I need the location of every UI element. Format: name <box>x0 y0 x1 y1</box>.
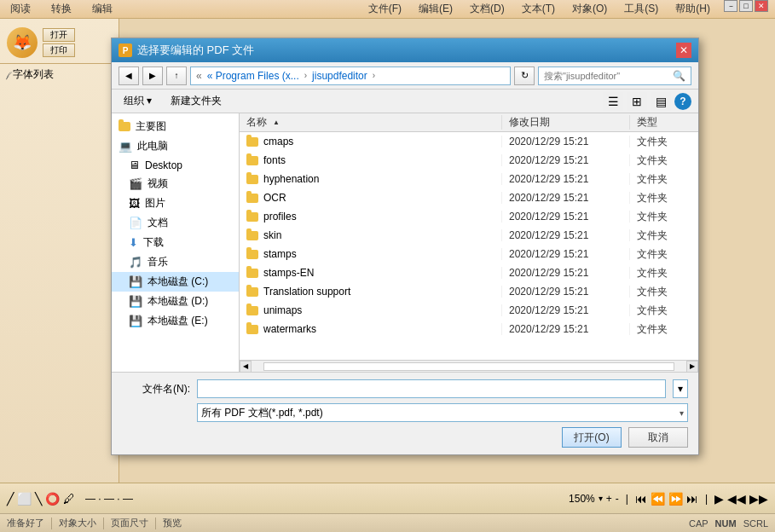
menu-tools[interactable]: 工具(S) <box>621 0 662 18</box>
sidebar-item-main-folder[interactable]: 主要图 <box>112 117 239 136</box>
play-button[interactable]: ▶ <box>714 492 724 506</box>
organize-button[interactable]: 组织 ▾ <box>119 92 157 110</box>
col-type-header[interactable]: 类型 <box>630 115 698 130</box>
sidebar-item-music[interactable]: 🎵 音乐 <box>112 252 239 272</box>
scroll-left-button[interactable]: ◀ <box>240 361 252 373</box>
sidebar-item-pictures-label: 图片 <box>145 196 165 211</box>
file-row-cmaps-date: 2020/12/29 15:21 <box>502 136 630 147</box>
vol-up-button[interactable]: ▶▶ <box>749 492 768 506</box>
refresh-button[interactable]: ↻ <box>514 66 535 85</box>
sidebar-item-drive-c-label: 本地磁盘 (C:) <box>147 275 208 289</box>
dialog-toolbar: 组织 ▾ 新建文件夹 ☰ ⊞ ▤ ? <box>112 90 698 113</box>
menu-doc[interactable]: 文档(D) <box>466 0 508 18</box>
file-row-profiles-date: 2020/12/29 15:21 <box>502 211 630 223</box>
view-details-button[interactable]: ⊞ <box>627 92 647 111</box>
folder-icon-unimaps <box>246 306 258 315</box>
menu-file[interactable]: 文件(F) <box>365 0 405 18</box>
help-button[interactable]: ? <box>674 93 691 110</box>
menu-read[interactable]: 阅读 <box>7 0 34 18</box>
file-row-stamps-en[interactable]: stamps-EN 2020/12/29 15:21 文件夹 <box>240 263 698 282</box>
cancel-button[interactable]: 取消 <box>628 427 688 448</box>
app-window: 阅读 转换 编辑 文件(F) 编辑(E) 文档(D) 文本(T) 对象(O) 工… <box>0 0 775 532</box>
status-divider-3 <box>155 518 156 529</box>
file-row-hyphenation[interactable]: hyphenation 2020/12/29 15:21 文件夹 <box>240 170 698 188</box>
file-row-stamps-en-type: 文件夹 <box>630 266 698 280</box>
font-list-area: 𝒻 字体列表 <box>0 64 119 85</box>
search-box[interactable]: 🔍 <box>538 66 691 85</box>
print-button[interactable]: 打印 <box>43 43 75 57</box>
col-date-header[interactable]: 修改日期 <box>502 115 630 130</box>
tool-icon-3[interactable]: ╲ <box>35 492 42 506</box>
file-row-cmaps[interactable]: cmaps 2020/12/29 15:21 文件夹 <box>240 132 698 151</box>
back-button[interactable]: ◀ <box>119 66 139 85</box>
sidebar-item-downloads[interactable]: ⬇ 下载 <box>112 233 239 252</box>
zoom-icon[interactable]: + <box>606 493 612 505</box>
sidebar-item-documents[interactable]: 📄 文档 <box>112 213 239 233</box>
maximize-button[interactable]: □ <box>739 0 753 12</box>
first-page-button[interactable]: ⏮ <box>635 492 647 506</box>
left-panel: 主要图 💻 此电脑 🖥 Desktop 🎬 视频 <box>112 113 240 372</box>
file-row-fonts[interactable]: fonts 2020/12/29 15:21 文件夹 <box>240 151 698 170</box>
menu-edit-r[interactable]: 编辑(E) <box>415 0 456 18</box>
open-file-button[interactable]: 打开(O) <box>562 427 622 448</box>
up-button[interactable]: ↑ <box>166 66 187 85</box>
menu-bar: 阅读 转换 编辑 文件(F) 编辑(E) 文档(D) 文本(T) 对象(O) 工… <box>0 0 775 19</box>
scroll-right-button[interactable]: ▶ <box>686 361 698 373</box>
vol-down-button[interactable]: ◀◀ <box>727 492 746 506</box>
app-logo: 🦊 <box>7 27 38 58</box>
file-row-translation[interactable]: Translation support 2020/12/29 15:21 文件夹 <box>240 282 698 301</box>
address-bar[interactable]: « « Program Files (x... › jisupdfeditor … <box>190 66 511 85</box>
sidebar-item-pictures[interactable]: 🖼 图片 <box>112 194 239 213</box>
forward-button[interactable]: ▶ <box>142 66 163 85</box>
menu-edit[interactable]: 编辑 <box>89 0 116 18</box>
sidebar-item-desktop[interactable]: 🖥 Desktop <box>112 156 239 174</box>
new-folder-button[interactable]: 新建文件夹 <box>164 92 228 110</box>
file-row-profiles[interactable]: profiles 2020/12/29 15:21 文件夹 <box>240 207 698 226</box>
sidebar-item-drive-d[interactable]: 💾 本地磁盘 (D:) <box>112 292 239 311</box>
filetype-select[interactable]: 所有 PDF 文档(*.pdf, *.pdt) ▾ <box>197 403 688 422</box>
file-row-skin[interactable]: skin 2020/12/29 15:21 文件夹 <box>240 226 698 245</box>
sidebar-item-drive-c[interactable]: 💾 本地磁盘 (C:) <box>112 272 239 292</box>
file-row-stamps[interactable]: stamps 2020/12/29 15:21 文件夹 <box>240 245 698 263</box>
filename-dropdown-button[interactable]: ▾ <box>673 379 688 398</box>
tool-icon-5[interactable]: 🖊 <box>63 492 75 506</box>
last-page-button[interactable]: ⏭ <box>686 492 698 506</box>
view-list-button[interactable]: ☰ <box>603 92 623 111</box>
prev-page-button[interactable]: ⏪ <box>651 492 665 506</box>
next-page-button[interactable]: ⏩ <box>668 492 683 506</box>
tool-icon-4[interactable]: ⭕ <box>45 492 60 506</box>
menu-bar-right: 文件(F) 编辑(E) 文档(D) 文本(T) 对象(O) 工具(S) 帮助(H… <box>365 0 768 18</box>
filename-input[interactable] <box>197 379 666 398</box>
menu-text[interactable]: 文本(T) <box>518 0 558 18</box>
zoom-dropdown[interactable]: ▾ <box>599 494 603 503</box>
sidebar-item-drive-e[interactable]: 💾 本地磁盘 (E:) <box>112 311 239 331</box>
folder-icon-cmaps <box>246 137 258 147</box>
file-row-translation-date: 2020/12/29 15:21 <box>502 286 630 298</box>
file-row-stamps-en-date: 2020/12/29 15:21 <box>502 267 630 279</box>
view-large-icon-button[interactable]: ▤ <box>651 92 671 111</box>
file-row-watermarks[interactable]: watermarks 2020/12/29 15:21 文件夹 <box>240 320 698 338</box>
close-button[interactable]: ✕ <box>755 0 768 12</box>
folder-icon-translation <box>246 287 258 297</box>
file-row-ocr[interactable]: OCR 2020/12/29 15:21 文件夹 <box>240 188 698 207</box>
menu-help[interactable]: 帮助(H) <box>672 0 714 18</box>
menu-object[interactable]: 对象(O) <box>569 0 610 18</box>
file-row-unimaps-type: 文件夹 <box>630 304 698 318</box>
col-name-header[interactable]: 名称 <box>240 115 502 130</box>
line-style: — · — · — <box>85 493 133 505</box>
sidebar-item-videos[interactable]: 🎬 视频 <box>112 174 239 194</box>
search-input[interactable] <box>544 71 669 81</box>
menu-convert[interactable]: 转换 <box>48 0 75 18</box>
zoom-minus[interactable]: - <box>616 493 619 505</box>
dialog-toolbar-right: ☰ ⊞ ▤ ? <box>603 92 691 111</box>
minimize-button[interactable]: － <box>724 0 737 12</box>
address-chevron-1: › <box>304 71 307 80</box>
sidebar-item-this-pc[interactable]: 💻 此电脑 <box>112 136 239 156</box>
tool-icon-2[interactable]: ⬜ <box>17 492 32 506</box>
open-button[interactable]: 打开 <box>43 28 75 42</box>
tool-icon-1[interactable]: ╱ <box>7 492 14 506</box>
file-row-unimaps[interactable]: unimaps 2020/12/29 15:21 文件夹 <box>240 301 698 320</box>
scroll-track[interactable] <box>263 362 674 371</box>
dialog-close-button[interactable]: ✕ <box>676 43 691 58</box>
pc-icon: 💻 <box>119 140 132 153</box>
